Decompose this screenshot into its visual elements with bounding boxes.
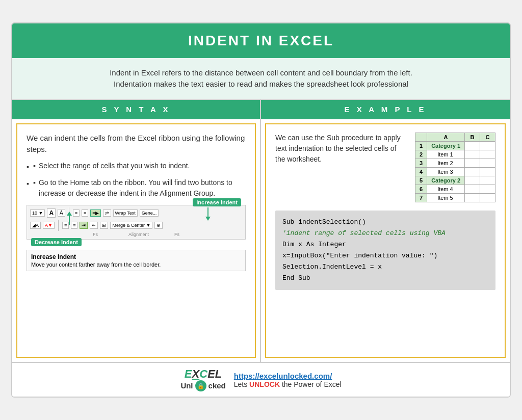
table-row: 7Item 5 xyxy=(415,193,495,202)
wrap-icon2[interactable]: ⊕ xyxy=(154,222,163,229)
row-num-7: 7 xyxy=(415,193,427,202)
cell-a-5: Item 4 xyxy=(427,185,465,193)
table-row: 3Item 2 xyxy=(415,159,495,167)
table-row: 4Item 3 xyxy=(415,167,495,176)
logo-x: X xyxy=(192,368,200,380)
tagline-suffix: the Power of Excel xyxy=(280,380,342,388)
table-row: 2Item 1 xyxy=(415,150,495,159)
example-label: E X A M P L E xyxy=(345,105,427,114)
font-a-large[interactable]: A xyxy=(47,208,56,218)
table-row: 1Category 1 xyxy=(415,141,495,150)
align-right-indent[interactable]: ≡▶ xyxy=(90,209,100,217)
cell-a-6: Item 5 xyxy=(427,193,465,202)
col-b-header: B xyxy=(465,133,480,141)
code-line2: 'indent range of selected cells using VB… xyxy=(282,228,488,239)
logo-cked: cked xyxy=(208,382,226,390)
table-row: 5Category 2 xyxy=(415,176,495,185)
cell-c-5 xyxy=(480,185,495,193)
row-num-6: 6 xyxy=(415,185,427,193)
tagline-prefix: Lets xyxy=(234,380,249,388)
general: Gene... xyxy=(140,209,159,217)
syntax-label: S Y N T A X xyxy=(101,105,170,114)
logo-excel-row: E X C EL xyxy=(185,368,222,380)
ribbon-screenshot: 10 ▼ A A ≡ ≡ ≡▶ ⇌ Wrap Text Gene... xyxy=(27,205,246,271)
syntax-step-1: ▪ Select the range of cells that you wis… xyxy=(27,161,246,172)
logo-unl: Unl xyxy=(180,382,193,390)
syntax-header: S Y N T A X xyxy=(12,100,260,119)
cell-b-0 xyxy=(465,141,480,150)
fs-label2: Fs xyxy=(174,232,179,237)
cell-b-2 xyxy=(465,159,480,167)
cell-c-1 xyxy=(480,150,495,159)
footer-url[interactable]: https://excelunlocked.com/ xyxy=(234,372,332,380)
row-num-4: 4 xyxy=(415,167,427,176)
cell-a-4: Category 2 xyxy=(427,176,465,185)
cell-a-3: Item 3 xyxy=(427,167,465,176)
intro-section: Indent in Excel refers to the distance b… xyxy=(12,58,510,100)
syntax-step-2: ▪ Go to the Home tab on the ribbon. You … xyxy=(27,177,246,199)
align-center[interactable]: ≡ xyxy=(82,209,88,217)
fs-label: Fs xyxy=(93,232,98,237)
code-block: Sub indentSelection() 'indent range of s… xyxy=(275,211,495,291)
main-card: INDENT IN EXCEL Indent in Excel refers t… xyxy=(11,22,511,398)
decrease-indent-btn[interactable]: ⇤ xyxy=(90,222,98,229)
page-title: INDENT IN EXCEL xyxy=(22,33,500,49)
code-line3: Dim x As Integer xyxy=(282,239,488,250)
cell-c-2 xyxy=(480,159,495,167)
footer-text: https://excelunlocked.com/ Lets UNLOCK t… xyxy=(234,372,342,388)
decrease-indent-label: Decrease Indent xyxy=(35,239,78,245)
step2-bullet: ▪ xyxy=(33,177,36,188)
wrap-text[interactable]: ⇌ xyxy=(103,209,111,217)
example-column: E X A M P L E We can use the Sub procedu… xyxy=(261,100,510,362)
code-line5: Selection.IndentLevel = x xyxy=(282,261,488,273)
example-top: We can use the Sub procedure to apply te… xyxy=(275,133,495,206)
logo-c: C xyxy=(199,368,207,380)
code-line6: End Sub xyxy=(282,273,488,284)
header-section: INDENT IN EXCEL xyxy=(12,23,510,58)
cell-c-0 xyxy=(480,141,495,150)
cell-b-5 xyxy=(465,185,480,193)
example-header: E X A M P L E xyxy=(261,100,510,119)
row-num-1: 1 xyxy=(415,141,427,150)
font-color[interactable]: A▼ xyxy=(43,222,55,229)
increase-indent-label: Increase Indent xyxy=(196,199,238,205)
increase-indent-callout: Increase Indent xyxy=(193,198,241,206)
alignment-section-label: Alignment xyxy=(128,232,149,237)
arrow-decrease-svg xyxy=(62,209,77,225)
excel-table-container: A B C 1Category 12Item 13Item 24Item 35C… xyxy=(415,133,495,202)
syntax-content: We can indent the cells from the Excel r… xyxy=(16,123,256,358)
ribbon-bar: 10 ▼ A A ≡ ≡ ≡▶ ⇌ Wrap Text Gene... xyxy=(27,205,246,240)
cell-b-1 xyxy=(465,150,480,159)
tooltip-body: Move your content farther away from the … xyxy=(31,261,241,268)
ribbon-tooltip: Increase Indent Move your content farthe… xyxy=(27,250,246,271)
cell-c-4 xyxy=(480,176,495,185)
cell-c-3 xyxy=(480,167,495,176)
merge-center-label: Merge & Center ▼ xyxy=(110,222,152,229)
col-a-header: A xyxy=(427,133,465,141)
alignment-label-row: Fs Alignment Fs xyxy=(30,232,242,237)
merge-center[interactable]: ⊞ xyxy=(100,222,108,229)
cell-c-6 xyxy=(480,193,495,202)
row-num-5: 5 xyxy=(415,176,427,185)
footer-tagline: Lets UNLOCK the Power of Excel xyxy=(234,380,342,388)
arrow-increase-svg xyxy=(200,207,216,223)
syntax-intro: We can indent the cells from the Excel r… xyxy=(27,133,246,155)
syntax-column: S Y N T A X We can indent the cells from… xyxy=(12,100,261,362)
tagline-highlight: UNLOCK xyxy=(249,380,280,388)
col-num-header xyxy=(415,133,427,141)
footer-section: E X C EL Unl 🔒 cked https://excelunlocke… xyxy=(12,362,510,397)
fill-color[interactable]: ◢A xyxy=(30,222,41,229)
font-size-input[interactable]: 10 ▼ xyxy=(30,209,45,217)
logo-e: E xyxy=(185,368,192,380)
intro-line1: Indent in Excel refers to the distance b… xyxy=(33,67,489,79)
table-row: 6Item 4 xyxy=(415,185,495,193)
cell-b-3 xyxy=(465,167,480,176)
increase-indent-btn[interactable]: ⇥ xyxy=(80,222,88,229)
code-line1: Sub indentSelection() xyxy=(282,217,488,228)
cell-a-0: Category 1 xyxy=(427,141,465,150)
example-content: We can use the Sub procedure to apply te… xyxy=(265,123,506,358)
step1-bullet: ▪ xyxy=(33,161,36,171)
excel-table: A B C 1Category 12Item 13Item 24Item 35C… xyxy=(415,133,495,202)
row-num-3: 3 xyxy=(415,159,427,167)
row-num-2: 2 xyxy=(415,150,427,159)
